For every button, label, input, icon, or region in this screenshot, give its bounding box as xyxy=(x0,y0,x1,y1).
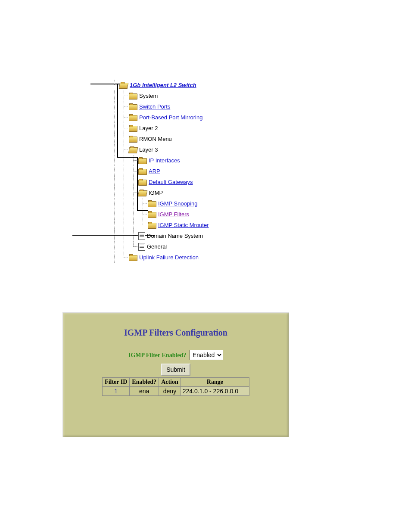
tree-item-igmp-snooping[interactable]: IGMP Snooping xyxy=(110,198,282,209)
tree-item-uplink-failure[interactable]: Uplink Failure Detection xyxy=(110,252,282,263)
tree-item-general[interactable]: General xyxy=(110,241,282,252)
tree-item-default-gateways[interactable]: Default Gateways xyxy=(110,177,282,187)
tree-item-igmp-filters[interactable]: IGMP Filters xyxy=(110,209,282,220)
table-row: 1 ena deny 224.0.1.0 - 226.0.0.0 xyxy=(103,387,249,396)
tree-item-label[interactable]: Switch Ports xyxy=(139,103,170,110)
igmp-filters-config-panel: IGMP Filters Configuration IGMP Filter E… xyxy=(62,312,289,437)
tree-item-dns[interactable]: Domain Name System xyxy=(110,230,282,241)
folder-icon xyxy=(129,115,137,121)
tree-item-igmp[interactable]: IGMP xyxy=(110,187,282,198)
tree-item-label: Layer 3 xyxy=(139,146,158,153)
tree-item-label: RMON Menu xyxy=(139,136,172,142)
tree-root-label[interactable]: 1Gb Intelligent L2 Switch xyxy=(130,82,196,88)
tree-item-port-mirroring[interactable]: Port-Based Port Mirroring xyxy=(110,112,282,123)
tree-item-arp[interactable]: ARP xyxy=(110,166,282,177)
tree-item-label[interactable]: Default Gateways xyxy=(149,179,193,185)
tree-item-label: General xyxy=(147,243,167,250)
cell-enabled: ena xyxy=(130,387,159,396)
folder-open-icon xyxy=(138,190,147,196)
folder-icon xyxy=(148,212,156,218)
tree-root-item[interactable]: 1Gb Intelligent L2 Switch xyxy=(110,80,282,90)
submit-button[interactable]: Submit xyxy=(161,364,190,376)
col-enabled: Enabled? xyxy=(130,378,159,387)
tree-item-label[interactable]: Uplink Failure Detection xyxy=(139,254,199,261)
folder-icon xyxy=(138,169,147,175)
tree-item-label[interactable]: Port-Based Port Mirroring xyxy=(139,114,202,121)
tree-item-label[interactable]: ARP xyxy=(149,168,160,174)
folder-icon xyxy=(129,104,137,110)
tree-item-label: IGMP xyxy=(149,190,163,196)
tree-item-igmp-static-mrouter[interactable]: IGMP Static Mrouter xyxy=(110,220,282,230)
filter-enabled-label: IGMP Filter Enabled? xyxy=(128,352,186,358)
folder-icon xyxy=(129,137,137,143)
tree-item-label[interactable]: IGMP Snooping xyxy=(158,200,198,207)
tree-item-label: Layer 2 xyxy=(139,125,158,131)
cell-action: deny xyxy=(159,387,181,396)
folder-open-icon xyxy=(128,147,138,153)
navigation-tree: 1Gb Intelligent L2 Switch System Switch … xyxy=(110,80,282,263)
tree-item-label[interactable]: IGMP Static Mrouter xyxy=(158,222,209,228)
col-action: Action xyxy=(159,378,181,387)
tree-item-layer2[interactable]: Layer 2 xyxy=(110,123,282,134)
tree-item-label[interactable]: IGMP Filters xyxy=(158,211,189,218)
folder-icon xyxy=(129,255,137,261)
col-filter-id: Filter ID xyxy=(103,378,130,387)
table-header-row: Filter ID Enabled? Action Range xyxy=(103,378,249,387)
cell-range: 224.0.1.0 - 226.0.0.0 xyxy=(181,387,249,396)
cell-filter-id[interactable]: 1 xyxy=(103,387,130,396)
panel-title: IGMP Filters Configuration xyxy=(63,328,289,338)
folder-icon xyxy=(138,180,147,186)
filter-enabled-row: IGMP Filter Enabled? Enabled xyxy=(63,350,289,360)
tree-item-layer3[interactable]: Layer 3 xyxy=(110,144,282,155)
folder-open-icon xyxy=(119,83,128,89)
folder-icon xyxy=(138,158,147,164)
tree-item-label[interactable]: IP Interfaces xyxy=(149,157,180,164)
tree-item-rmon[interactable]: RMON Menu xyxy=(110,134,282,144)
folder-icon xyxy=(148,201,156,207)
tree-item-system[interactable]: System xyxy=(110,90,282,101)
col-range: Range xyxy=(181,378,249,387)
folder-icon xyxy=(129,93,137,100)
folder-icon xyxy=(129,126,137,132)
filters-table: Filter ID Enabled? Action Range 1 ena de… xyxy=(102,377,249,396)
filter-enabled-select[interactable]: Enabled xyxy=(190,350,223,360)
tree-item-switch-ports[interactable]: Switch Ports xyxy=(110,101,282,112)
folder-icon xyxy=(148,223,156,229)
document-icon xyxy=(138,243,145,251)
tree-item-label: System xyxy=(139,93,158,99)
tree-item-ip-interfaces[interactable]: IP Interfaces xyxy=(110,155,282,166)
tree-item-label: Domain Name System xyxy=(147,233,203,239)
document-icon xyxy=(138,232,145,240)
